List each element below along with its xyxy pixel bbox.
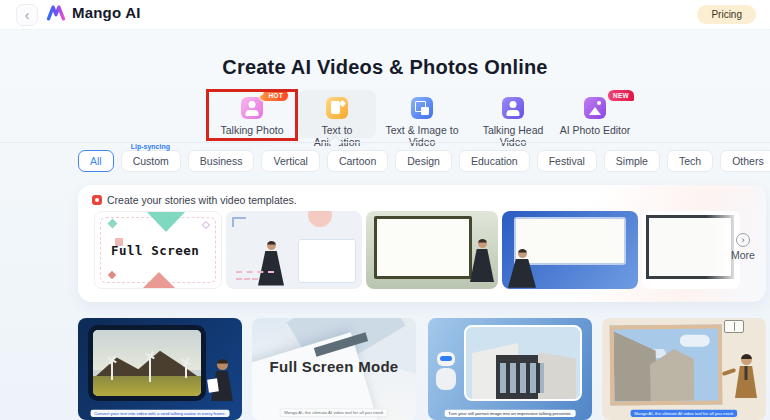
back-button[interactable]: ‹ <box>16 4 38 26</box>
whiteboard <box>374 216 472 279</box>
filter-chip-business[interactable]: Business <box>188 150 255 172</box>
more-label: More <box>722 249 764 261</box>
ai-photo-editor-icon <box>584 97 606 119</box>
more-button[interactable]: › More <box>722 233 764 261</box>
card-caption: Turn your still portrait image into an i… <box>445 410 576 417</box>
template-carousel: Create your stories with video templates… <box>78 185 766 302</box>
figure-body <box>470 249 494 282</box>
filter-chip-education[interactable]: Education <box>459 150 530 172</box>
tab-talking-photo[interactable]: HOT Talking Photo <box>208 90 296 138</box>
presenter-figure <box>470 239 494 285</box>
tab-text-to-animation[interactable]: Text to Animation <box>298 90 376 138</box>
filter-chip-all[interactable]: All <box>78 150 114 172</box>
wind-turbine <box>149 356 151 382</box>
filter-chip-cartoon[interactable]: Cartoon <box>327 150 388 172</box>
tool-tabs: HOT Talking Photo Text to Animation Text… <box>0 90 770 140</box>
filter-chip-custom[interactable]: Lip-syncing Custom <box>121 150 181 172</box>
card-caption: Mango AI, the ultimate AI video tool for… <box>280 408 388 417</box>
card-full-screen-mode[interactable]: Full Screen Mode Mango AI, the ultimate … <box>252 318 416 420</box>
card-caption: Mango AI, the ultimate AI video tool for… <box>631 410 738 417</box>
decor-dashed-line <box>236 278 258 280</box>
decor-dashed-line <box>236 271 274 273</box>
building-windows <box>500 363 544 393</box>
figure-body <box>508 259 536 288</box>
robot-body <box>436 368 456 390</box>
filter-chip-vertical[interactable]: Vertical <box>261 150 319 172</box>
filter-chip-tech[interactable]: Tech <box>667 150 713 172</box>
photo-frame <box>464 325 582 401</box>
talking-photo-icon <box>241 97 263 119</box>
tab-text-image-to-video[interactable]: Text & Image to Video <box>376 90 468 138</box>
video-camera-icon <box>92 195 102 205</box>
mango-logo-icon <box>46 5 66 21</box>
tab-label: Talking Head Video <box>468 124 558 148</box>
figure-arm <box>722 368 737 376</box>
brand[interactable]: Mango AI <box>46 4 141 21</box>
template-title: Full Screen <box>111 243 199 258</box>
figure-body <box>735 366 757 398</box>
carousel-heading: Create your stories with video templates… <box>107 194 297 206</box>
chevron-right-icon: › <box>736 233 750 247</box>
template-blue-presenter[interactable] <box>502 211 638 289</box>
figure-head <box>518 249 527 258</box>
back-chevron-icon: ‹ <box>25 7 30 23</box>
scene-grass <box>93 376 201 396</box>
figure-head <box>478 239 487 248</box>
hot-badge: HOT <box>263 90 288 101</box>
robot-head <box>437 352 455 366</box>
decor-blob <box>308 211 332 227</box>
cloud <box>680 335 710 347</box>
talking-head-video-icon <box>502 97 524 119</box>
card-portrait-presenter[interactable]: Turn your still portrait image into an i… <box>428 318 592 420</box>
filter-chip-others[interactable]: Others <box>720 150 770 172</box>
text-image-to-video-icon <box>411 97 433 119</box>
carousel-header: Create your stories with video templates… <box>92 194 297 206</box>
tab-label: Text & Image to Video <box>376 124 468 148</box>
tab-label: Talking Photo <box>208 124 296 136</box>
brand-name: Mango AI <box>72 4 141 21</box>
text-to-animation-icon <box>326 97 348 119</box>
presenter-figure <box>731 354 761 410</box>
pricing-button[interactable]: Pricing <box>697 5 756 24</box>
presenter-figure <box>258 241 284 289</box>
tab-label: AI Photo Editor <box>554 124 636 136</box>
new-badge: NEW <box>608 90 634 101</box>
presenter-figure <box>508 249 536 289</box>
whiteboard <box>298 239 356 283</box>
phone-frame <box>88 325 206 401</box>
avatar-figure <box>209 359 235 407</box>
card-caption: Convert your text into video with a vivi… <box>91 410 230 417</box>
wind-turbine <box>111 360 113 380</box>
book-icon <box>724 320 744 333</box>
mango-ai-page: ‹ Mango AI Pricing Create AI Videos & Ph… <box>0 0 770 420</box>
figure-body <box>258 251 284 286</box>
chip-label: Custom <box>133 155 169 167</box>
section-divider <box>0 142 770 143</box>
decor-corner <box>232 217 246 227</box>
filter-chip-simple[interactable]: Simple <box>604 150 660 172</box>
figure-head <box>741 354 752 365</box>
template-presenter-board[interactable] <box>226 211 362 289</box>
photo-frame <box>610 325 723 406</box>
lip-syncing-tag: Lip-syncing <box>131 143 170 150</box>
page-title: Create AI Videos & Photos Online <box>0 56 770 79</box>
top-bar: ‹ Mango AI Pricing <box>0 0 770 30</box>
tab-talking-head-video[interactable]: Talking Head Video <box>468 90 558 138</box>
template-whiteboard-presenter[interactable] <box>366 211 498 289</box>
wind-turbine <box>185 362 187 378</box>
filter-chip-festival[interactable]: Festival <box>537 150 597 172</box>
stone-building <box>614 331 657 401</box>
paper-prop <box>207 378 219 392</box>
tab-ai-photo-editor[interactable]: NEW AI Photo Editor <box>554 90 636 138</box>
figure-head <box>267 241 276 250</box>
template-full-screen[interactable]: Full Screen <box>94 211 222 289</box>
filter-chip-design[interactable]: Design <box>395 150 452 172</box>
category-filters: All Lip-syncing Custom Business Vertical… <box>78 150 770 172</box>
robot-figure <box>431 352 461 404</box>
card-text-to-video[interactable]: Convert your text into video with a vivi… <box>78 318 242 420</box>
figure-head <box>217 359 228 370</box>
card-mango-tool[interactable]: Mango AI, the ultimate AI video tool for… <box>602 318 766 420</box>
card-title: Full Screen Mode <box>252 358 416 375</box>
